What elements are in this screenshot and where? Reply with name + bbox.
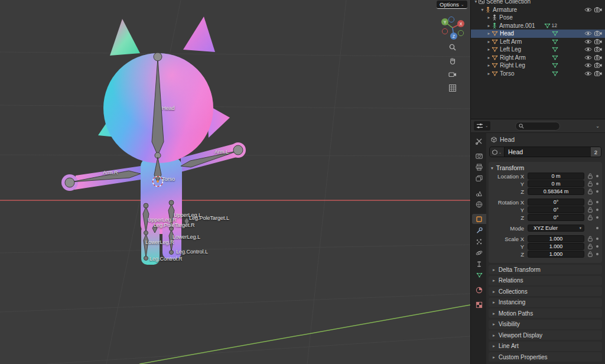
properties-editor-icon [476,123,483,129]
section-viewport-display[interactable]: ▸Viewport Display [489,330,602,340]
properties-tab-modifiers[interactable] [472,225,486,235]
lock-icon[interactable] [586,188,594,194]
nav-gizmo[interactable]: Y X Z [435,9,470,45]
disable-in-renders-toggle[interactable] [593,7,603,12]
section-visibility[interactable]: ▸Visibility [489,320,602,329]
outliner-row-right-leg[interactable]: ▸Right Leg [471,61,605,70]
hide-in-viewport-toggle[interactable] [583,7,593,12]
outliner-row-armature[interactable]: ▾Armature [471,6,605,14]
animate-decorator[interactable] [594,175,600,177]
section-line-art[interactable]: ▸Line Art [489,342,602,351]
properties-tab-particles[interactable] [472,236,486,246]
editor-type-button[interactable]: ⌄ [474,121,490,131]
section-label: Relations [499,277,523,284]
section-relations[interactable]: ▸Relations [489,276,602,285]
outliner-row-left-arm[interactable]: ▸Left Arm [471,38,605,46]
outliner-row-pose[interactable]: ▸Pose [471,14,605,22]
camera-view-icon[interactable] [447,70,458,79]
animate-decorator[interactable] [594,227,600,229]
animate-decorator[interactable] [594,201,600,203]
properties-tab-physics[interactable] [472,248,486,258]
disable-in-renders-toggle[interactable] [593,63,603,68]
outliner-row-head[interactable]: ▸Head [471,30,605,38]
lock-icon[interactable] [586,173,594,179]
hide-in-viewport-toggle[interactable] [583,71,593,76]
lock-icon[interactable] [586,181,594,187]
viewport-3d[interactable]: HeadArm.LArm.RTorsoUpperLeg.RUpperLeg.LL… [0,0,470,364]
transform-row-scale-y: Y1.000 [491,243,600,250]
disable-in-renders-toggle[interactable] [593,31,603,36]
gizmo-neg-z-ball[interactable] [448,17,454,22]
properties-tab-output[interactable] [472,162,486,172]
lock-icon[interactable] [586,251,594,257]
gizmo-neg-x-ball[interactable] [442,28,447,34]
lock-icon[interactable] [586,214,594,220]
rotation-mode-dropdown[interactable]: XYZ Euler▾ [528,225,584,232]
animate-decorator[interactable] [594,253,600,255]
hide-in-viewport-toggle[interactable] [583,55,593,60]
scale-y-field[interactable]: 1.000 [528,243,584,250]
pan-hand-icon[interactable] [447,56,458,66]
hide-in-viewport-toggle[interactable] [583,31,593,36]
id-type-dropdown[interactable]: ⌄ [490,147,505,157]
zoom-icon[interactable] [447,43,458,52]
scale-z-field[interactable]: 1.000 [528,251,584,258]
properties-tab-data[interactable] [472,270,486,280]
section-motion-paths[interactable]: ▸Motion Paths [489,308,602,318]
animate-decorator[interactable] [594,238,600,240]
properties-tab-view-layer[interactable] [472,173,486,183]
scale-x-field[interactable]: 1.000 [528,235,584,242]
disable-in-renders-toggle[interactable] [593,71,603,76]
hide-in-viewport-toggle[interactable] [583,47,593,52]
animate-decorator[interactable] [594,245,600,248]
mesh-object-icon [492,39,498,44]
properties-tab-texture[interactable] [472,300,486,310]
outliner-row-scene-collection[interactable]: ▾Scene Collection [471,0,605,6]
transform-panel-header[interactable]: ▾ Transform [491,163,600,173]
properties-tab-object[interactable] [472,214,486,224]
users-count-badge[interactable]: 2 [591,147,601,157]
object-name-field[interactable]: ⌄ Head 2 [489,147,601,157]
lock-icon[interactable] [586,199,594,205]
gizmo-neg-y-ball[interactable] [458,30,463,35]
location-y-field[interactable]: 0 m [528,180,584,187]
options-button[interactable]: Options ⌄ [437,1,467,9]
location-z-field[interactable]: 0.58364 m [528,188,584,195]
section-delta-transform[interactable]: ▸Delta Transform [489,265,602,274]
animate-decorator[interactable] [594,209,600,211]
hide-in-viewport-toggle[interactable] [583,63,593,68]
outliner-row-right-arm[interactable]: ▸Right Arm [471,54,605,62]
rotation-y-field[interactable]: 0° [528,206,584,213]
lock-icon[interactable] [586,236,594,242]
properties-tab-constraints[interactable] [472,259,486,269]
properties-tab-material[interactable] [472,285,486,295]
animate-decorator[interactable] [594,183,600,185]
toggle-grid-icon[interactable] [447,83,458,93]
disable-in-renders-toggle[interactable] [593,55,603,60]
lock-icon[interactable] [586,207,594,213]
properties-tab-render[interactable] [472,151,486,161]
outliner-row-torso[interactable]: ▸Torso [471,70,605,78]
properties-tab-world[interactable] [472,199,486,209]
y-axis-line [139,305,470,364]
rotation-x-field[interactable]: 0° [528,199,584,206]
outliner-row-armature-001[interactable]: ▸Armature.00112 [471,22,605,30]
disable-in-renders-toggle[interactable] [593,39,603,44]
filter-dropdown[interactable]: ⌄ [593,122,602,130]
outliner-row-left-leg[interactable]: ▸Left Leg [471,46,605,54]
lock-icon[interactable] [586,243,594,249]
animate-decorator[interactable] [594,216,600,219]
search-input[interactable] [515,122,560,131]
properties-panel: ⌄ ⌄ Head ⌄ [471,119,605,364]
disable-in-renders-toggle[interactable] [593,47,603,52]
properties-tab-scene[interactable] [472,188,486,198]
section-custom-properties[interactable]: ▸Custom Properties [489,352,602,362]
hide-in-viewport-toggle[interactable] [583,39,593,44]
location-x-field[interactable]: 0 m [528,173,584,180]
section-instancing[interactable]: ▸Instancing [489,298,602,307]
animate-decorator[interactable] [594,190,600,193]
properties-tab-tool[interactable] [472,136,486,146]
section-collections[interactable]: ▸Collections [489,287,602,296]
search-icon [519,124,524,129]
rotation-z-field[interactable]: 0° [528,214,584,221]
